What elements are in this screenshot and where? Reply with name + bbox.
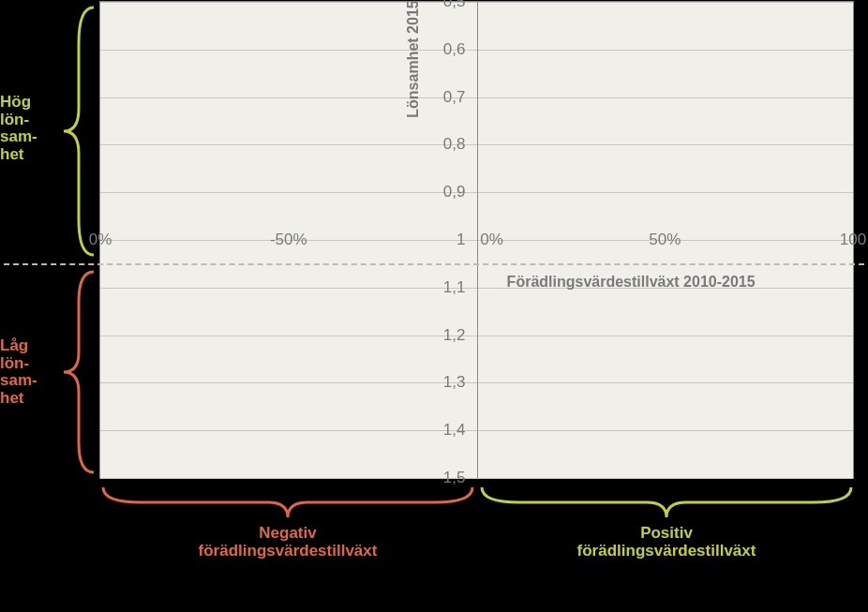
x-tick: 100: [840, 231, 866, 249]
text: het: [0, 390, 58, 408]
text: sam-: [0, 372, 58, 390]
text: förädlingsvärdestillväxt: [194, 543, 382, 560]
x-tick: 0%: [480, 231, 503, 249]
y-tick: 0,6: [428, 40, 466, 59]
x-axis-title: Förädlingsvärdestillväxt 2010-2015: [507, 274, 756, 291]
y-axis-zero: [477, 2, 478, 478]
y-tick: 1,4: [428, 421, 466, 440]
text: Låg: [0, 337, 58, 355]
y-tick: 0,7: [428, 88, 466, 107]
text: förädlingsvärdestillväxt: [573, 543, 760, 560]
text: Hög: [0, 94, 58, 112]
text: sam-: [0, 128, 58, 146]
y-tick: 0,8: [428, 135, 466, 154]
text: Negativ: [194, 525, 382, 543]
brace-left-bottom-icon: [62, 270, 96, 474]
plot-area: 0,5 0,6 0,7 0,8 0,9 1 1,1 1,2 1,3 1,4 1,…: [99, 1, 854, 479]
y-tick: 1: [428, 231, 466, 249]
y-tick: 0,9: [428, 183, 466, 202]
quadrant-label-pos-growth: Positiv förädlingsvärdestillväxt: [573, 525, 760, 560]
text: lön-: [0, 355, 58, 373]
quadrant-label-high-profit: Hög lön- sam- het: [0, 94, 58, 164]
y-tick: 1,1: [428, 278, 466, 297]
text: Positiv: [573, 525, 760, 543]
y-tick: 0,5: [428, 0, 466, 11]
y-axis-title: Lönsamhet 2015: [405, 0, 422, 117]
text: het: [0, 146, 58, 164]
gridline-y: [100, 478, 853, 479]
y-tick: 1,5: [428, 469, 466, 487]
y-tick: 1,3: [428, 373, 466, 392]
x-tick: -50%: [270, 231, 307, 249]
y-tick: 1,2: [428, 326, 466, 345]
brace-bottom-right-icon: [480, 485, 853, 519]
quadrant-label-neg-growth: Negativ förädlingsvärdestillväxt: [194, 525, 382, 560]
text: lön-: [0, 112, 58, 129]
reference-line: [4, 263, 864, 265]
quadrant-label-low-profit: Låg lön- sam- het: [0, 337, 58, 408]
brace-bottom-left-icon: [101, 485, 474, 519]
x-tick: 50%: [649, 231, 681, 249]
brace-left-top-icon: [62, 6, 96, 257]
